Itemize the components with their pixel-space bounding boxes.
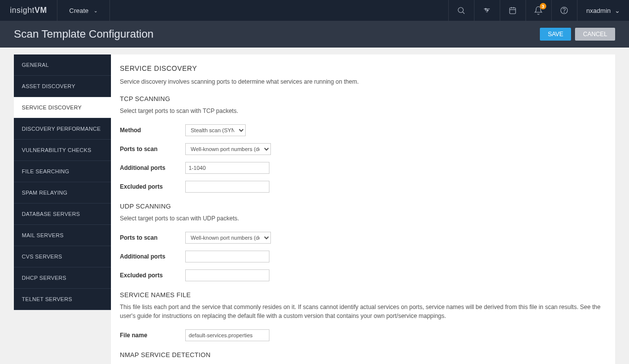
udp-additional-label: Additional ports bbox=[120, 253, 185, 260]
search-button[interactable] bbox=[448, 0, 474, 21]
top-icon-group: 3 bbox=[448, 0, 577, 21]
calendar-button[interactable] bbox=[500, 0, 525, 21]
tcp-method-label: Method bbox=[120, 127, 185, 134]
filter-button[interactable] bbox=[474, 0, 500, 21]
logo-text-bold: VM bbox=[35, 6, 47, 15]
filename-label: File name bbox=[120, 332, 185, 339]
svg-point-5 bbox=[485, 8, 486, 9]
logo-text-light: insight bbox=[10, 6, 35, 15]
sidebar-item-discovery-performance[interactable]: DISCOVERY PERFORMANCE bbox=[14, 118, 111, 140]
sidebar-item-database-servers[interactable]: DATABASE SERVERS bbox=[14, 204, 111, 225]
udp-ports-label: Ports to scan bbox=[120, 234, 185, 241]
tcp-excluded-label: Excluded ports bbox=[120, 183, 185, 190]
cancel-button[interactable]: CANCEL bbox=[575, 28, 615, 41]
filename-input[interactable] bbox=[185, 329, 269, 341]
sidebar-item-asset-discovery[interactable]: ASSET DISCOVERY bbox=[14, 76, 111, 97]
udp-scanning-title: UDP SCANNING bbox=[120, 203, 606, 210]
udp-excluded-label: Excluded ports bbox=[120, 272, 185, 279]
tcp-excluded-input[interactable] bbox=[185, 181, 269, 193]
create-label: Create bbox=[69, 7, 89, 14]
sidebar-item-dhcp-servers[interactable]: DHCP SERVERS bbox=[14, 267, 111, 289]
svg-line-1 bbox=[463, 12, 465, 13]
udp-excluded-input[interactable] bbox=[185, 269, 269, 281]
sidebar-item-service-discovery[interactable]: SERVICE DISCOVERY bbox=[14, 97, 111, 118]
notifications-button[interactable]: 3 bbox=[525, 0, 551, 21]
search-icon bbox=[457, 6, 466, 15]
sidebar-item-vulnerability-checks[interactable]: VULNERABILITY CHECKS bbox=[14, 140, 111, 161]
page-subheader: Scan Template Configuration SAVE CANCEL bbox=[0, 21, 629, 48]
app-logo: insightVM bbox=[0, 0, 57, 21]
tcp-scanning-desc: Select target ports to scan with TCP pac… bbox=[120, 106, 606, 115]
tcp-ports-label: Ports to scan bbox=[120, 146, 185, 153]
sidebar-item-cvs-servers[interactable]: CVS SERVERS bbox=[14, 246, 111, 267]
calendar-icon bbox=[508, 6, 517, 15]
content-panel: SERVICE DISCOVERY Service discovery invo… bbox=[111, 54, 615, 364]
sidebar-item-mail-servers[interactable]: MAIL SERVERS bbox=[14, 225, 111, 246]
chevron-down-icon: ⌄ bbox=[615, 7, 620, 14]
tcp-additional-label: Additional ports bbox=[120, 164, 185, 171]
page-title: Scan Template Configuration bbox=[14, 28, 536, 41]
sidebar-item-general[interactable]: GENERAL bbox=[14, 54, 111, 76]
sidebar-item-spam-relaying[interactable]: SPAM RELAYING bbox=[14, 182, 111, 204]
tcp-method-select[interactable]: Stealth scan (SYN) bbox=[185, 124, 246, 136]
udp-additional-input[interactable] bbox=[185, 251, 269, 262]
udp-ports-select[interactable]: Well-known port numbers (default) bbox=[185, 232, 271, 244]
sidebar-item-telnet-servers[interactable]: TELNET SERVERS bbox=[14, 289, 111, 310]
udp-scanning-desc: Select target ports to scan with UDP pac… bbox=[120, 214, 606, 223]
tcp-additional-input[interactable] bbox=[185, 162, 269, 174]
chevron-down-icon: ⌄ bbox=[94, 8, 98, 13]
svg-point-0 bbox=[458, 7, 464, 13]
notification-badge: 3 bbox=[540, 3, 546, 9]
service-names-title: SERVICE NAMES FILE bbox=[120, 291, 606, 299]
tcp-ports-select[interactable]: Well-known port numbers (default) bbox=[185, 143, 271, 155]
service-names-desc: This file lists each port and the servic… bbox=[120, 303, 606, 320]
service-discovery-desc: Service discovery involves scanning port… bbox=[120, 77, 606, 86]
top-navbar: insightVM Create ⌄ 3 nxadmin ⌄ bbox=[0, 0, 629, 21]
svg-rect-7 bbox=[510, 8, 516, 14]
help-icon bbox=[560, 6, 569, 15]
service-discovery-title: SERVICE DISCOVERY bbox=[120, 64, 606, 72]
user-menu[interactable]: nxadmin ⌄ bbox=[577, 0, 629, 21]
sidebar-item-file-searching[interactable]: FILE SEARCHING bbox=[14, 161, 111, 182]
tcp-scanning-title: TCP SCANNING bbox=[120, 95, 606, 103]
svg-point-12 bbox=[564, 12, 565, 12]
help-button[interactable] bbox=[551, 0, 577, 21]
create-menu[interactable]: Create ⌄ bbox=[57, 0, 110, 21]
save-button[interactable]: SAVE bbox=[540, 28, 571, 41]
config-sidebar: GENERAL ASSET DISCOVERY SERVICE DISCOVER… bbox=[14, 54, 111, 310]
svg-point-6 bbox=[487, 10, 488, 11]
username: nxadmin bbox=[586, 7, 611, 14]
filter-icon bbox=[482, 6, 491, 15]
nmap-title: NMAP SERVICE DETECTION bbox=[120, 351, 606, 359]
